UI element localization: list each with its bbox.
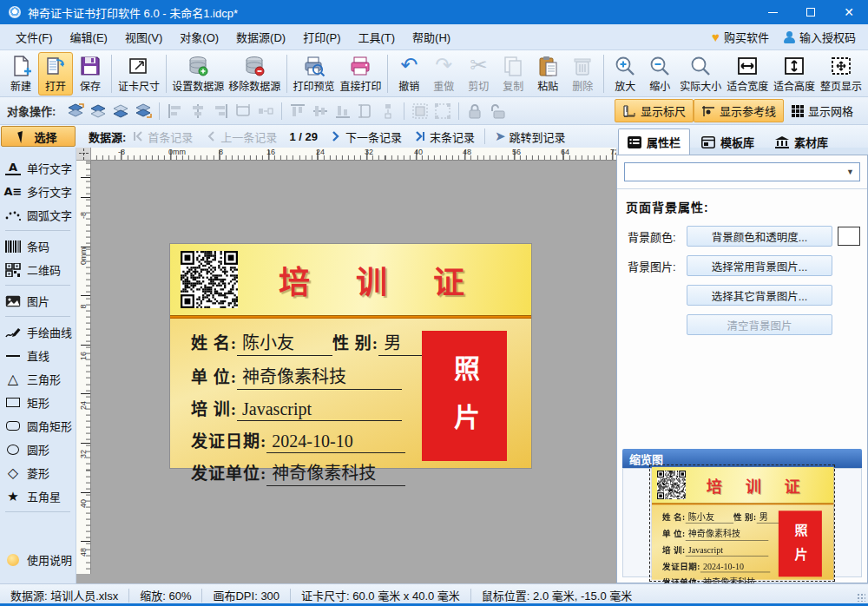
training-value[interactable]: Javascript <box>237 399 402 421</box>
bg-image-other-button[interactable]: 选择其它背景图片... <box>687 285 832 306</box>
align-center-h-icon[interactable] <box>189 102 207 120</box>
zoom-in-button[interactable]: 放大 <box>608 52 642 96</box>
object-selector-dropdown[interactable]: ▼ <box>624 162 860 181</box>
bring-to-front-icon[interactable] <box>67 102 84 120</box>
unit-value[interactable]: 神奇像素科技 <box>237 363 402 390</box>
tool-barcode[interactable]: 条码 <box>0 234 76 258</box>
help-button[interactable]: 使用说明 <box>0 548 76 571</box>
zoom-out-button[interactable]: 缩小 <box>642 52 677 96</box>
name-value[interactable]: 陈小友 <box>237 329 332 356</box>
tab-templates[interactable]: 模板库 <box>692 128 764 155</box>
tool-circle[interactable]: 圆形 <box>0 438 76 461</box>
copy-icon <box>502 55 524 77</box>
tab-materials[interactable]: 素材库 <box>766 128 838 155</box>
bg-image-common-button[interactable]: 选择常用背景图片... <box>687 255 832 276</box>
redo-button[interactable]: ↷ 重做 <box>426 52 461 96</box>
align-middle-icon[interactable] <box>312 102 329 120</box>
tool-qrcode[interactable]: 二维码 <box>0 258 76 281</box>
tool-multi-line-text[interactable]: A≡ 多行文字 <box>0 180 76 203</box>
bg-color-swatch[interactable] <box>838 227 860 246</box>
menu-edit[interactable]: 编辑(E) <box>62 25 116 49</box>
save-button[interactable]: 保存 <box>73 52 108 96</box>
bg-image-clear-button[interactable]: 清空背景图片 <box>687 314 832 335</box>
paste-button[interactable]: 粘贴 <box>530 52 565 96</box>
issuer-value[interactable]: 神奇像素科技 <box>266 459 405 486</box>
bring-forward-icon[interactable] <box>89 102 107 120</box>
fit-page-button[interactable]: 整页显示 <box>818 52 865 96</box>
menu-file[interactable]: 文件(F) <box>7 25 62 49</box>
show-guides-toggle[interactable]: 显示参考线 <box>694 99 784 122</box>
same-height-icon[interactable] <box>357 102 374 120</box>
tool-image[interactable]: 图片 <box>0 289 76 313</box>
align-right-icon[interactable] <box>212 102 229 120</box>
menu-print[interactable]: 打印(P) <box>294 25 349 49</box>
lock-icon[interactable] <box>466 102 483 120</box>
card-size-button[interactable]: 证卡尺寸 <box>115 52 162 96</box>
last-record-button[interactable]: 末条记录 <box>414 128 475 145</box>
show-ruler-toggle[interactable]: 显示标尺 <box>615 99 694 122</box>
menu-help[interactable]: 帮助(H) <box>404 25 459 49</box>
next-record-icon <box>330 130 342 142</box>
next-record-button[interactable]: 下一条记录 <box>330 128 402 145</box>
close-button[interactable]: ✕ <box>830 0 868 24</box>
tool-freehand-curve[interactable]: 手绘曲线 <box>0 320 76 344</box>
license-code-link[interactable]: 输入授权码 <box>783 29 856 45</box>
certificate-card[interactable]: 培 训 证 姓 名: 陈小友 性 别: 男 单 位: 神奇像素科技 培 训: J… <box>170 244 531 468</box>
open-button[interactable]: 打开 <box>38 52 73 96</box>
card-qr-code[interactable] <box>181 251 238 308</box>
unlock-icon[interactable] <box>489 102 506 120</box>
group-icon[interactable] <box>411 102 429 120</box>
equal-spacing-h-icon[interactable] <box>257 102 274 120</box>
bg-color-button[interactable]: 背景颜色和透明度... <box>687 226 832 247</box>
same-width-icon[interactable] <box>234 102 252 120</box>
first-record-button[interactable]: 首条记录 <box>132 128 193 145</box>
tool-rectangle[interactable]: 矩形 <box>0 391 76 414</box>
goto-record-button[interactable]: ➤ 跳转到记录 <box>495 128 566 145</box>
actual-size-button[interactable]: 实际大小 <box>677 52 724 96</box>
app-window: 神奇证卡证书打印软件 6.0 - 未命名1.idcp* ✕ 文件(F) 编辑(E… <box>0 0 868 606</box>
cut-button[interactable]: ✂ 剪切 <box>461 52 496 96</box>
print-preview-button[interactable]: 打印预览 <box>291 52 338 96</box>
minimize-button[interactable] <box>753 0 792 24</box>
tab-properties[interactable]: 属性栏 <box>618 128 690 155</box>
tool-single-line-text[interactable]: A 单行文字 <box>0 156 76 180</box>
tool-diamond[interactable]: ◇ 菱形 <box>0 461 76 484</box>
tool-line[interactable]: 直线 <box>0 344 76 367</box>
new-button[interactable]: 新建 <box>3 52 38 96</box>
tool-rounded-rectangle[interactable]: 圆角矩形 <box>0 414 76 438</box>
show-grid-toggle[interactable]: 显示网格 <box>784 99 861 122</box>
direct-print-button[interactable]: 直接打印 <box>337 52 384 96</box>
date-value[interactable]: 2024-10-10 <box>266 431 405 453</box>
ungroup-icon[interactable] <box>434 102 451 120</box>
remove-datasource-button[interactable]: 移除数据源 <box>227 52 283 96</box>
tool-triangle[interactable]: △ 三角形 <box>0 367 76 391</box>
arc-text-icon <box>5 208 21 222</box>
menu-tools[interactable]: 工具(T) <box>349 25 404 49</box>
fit-width-button[interactable]: 适合宽度 <box>724 52 771 96</box>
align-top-icon[interactable] <box>289 102 306 120</box>
send-to-back-icon[interactable] <box>135 102 152 120</box>
undo-button[interactable]: ↶ 撤销 <box>391 52 426 96</box>
select-tool-button[interactable]: 选择 <box>1 126 76 147</box>
resize-grip[interactable] <box>857 593 865 602</box>
menu-datasource[interactable]: 数据源(D) <box>227 25 294 49</box>
menu-object[interactable]: 对象(O) <box>171 25 227 49</box>
send-backward-icon[interactable] <box>112 102 129 120</box>
set-datasource-button[interactable]: 设置数据源 <box>170 52 227 96</box>
maximize-button[interactable] <box>792 0 830 24</box>
prev-record-button[interactable]: 上一条记录 <box>205 128 277 145</box>
equal-spacing-v-icon[interactable] <box>379 102 397 120</box>
thumbnail-card-frame[interactable]: 培 训 证 姓 名: 陈小友 性 别: 男 <box>649 464 835 582</box>
align-left-icon[interactable] <box>167 102 184 120</box>
delete-button[interactable]: 删除 <box>565 52 600 96</box>
buy-software-link[interactable]: ♥ 购买软件 <box>712 29 769 45</box>
tool-arc-text[interactable]: 圆弧文字 <box>0 203 76 227</box>
tool-star[interactable]: ★ 五角星 <box>0 484 76 508</box>
menu-view[interactable]: 视图(V) <box>116 25 171 49</box>
design-canvas[interactable]: -8 0mm 8 16 24 32 40 48 56 64 72 -8 0mm … <box>76 148 616 583</box>
copy-button[interactable]: 复制 <box>496 52 530 96</box>
fit-height-button[interactable]: 适合高度 <box>771 52 818 96</box>
align-bottom-icon[interactable] <box>334 102 352 120</box>
photo-placeholder[interactable]: 照片 <box>422 331 507 461</box>
diamond-icon: ◇ <box>5 466 21 480</box>
